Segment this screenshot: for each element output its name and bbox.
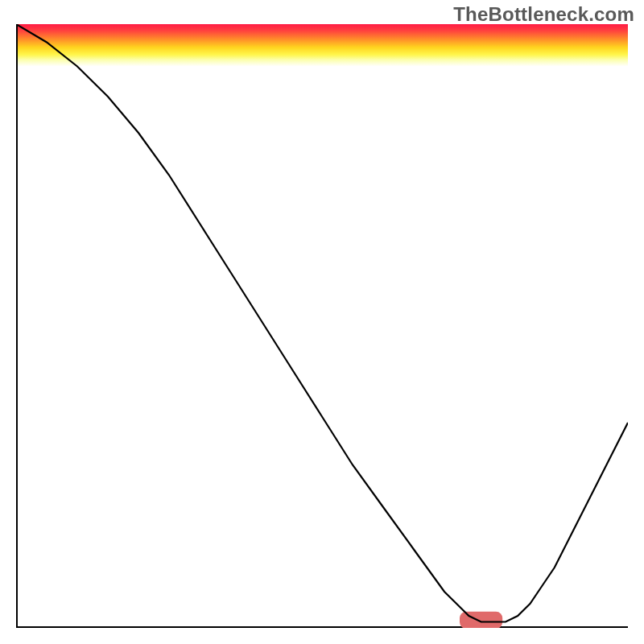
chart-svg xyxy=(16,24,628,628)
bottleneck-curve xyxy=(16,24,628,622)
chart-plot-area xyxy=(16,24,628,628)
gradient-background xyxy=(16,24,628,67)
watermark-text: TheBottleneck.com xyxy=(453,3,634,26)
chart-container: TheBottleneck.com xyxy=(0,0,644,644)
